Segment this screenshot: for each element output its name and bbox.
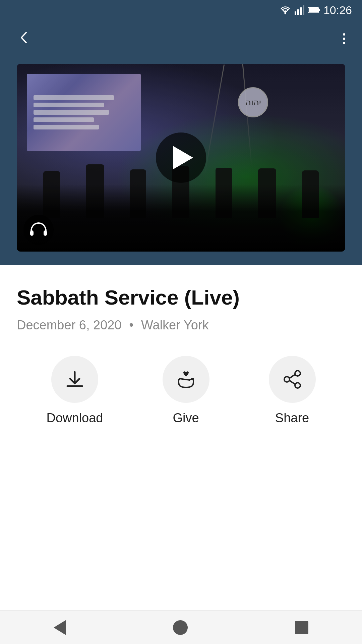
sermon-date: December 6, 2020 — [17, 318, 122, 332]
play-button-overlay — [17, 64, 345, 252]
svg-line-14 — [289, 380, 295, 384]
svg-point-0 — [284, 13, 286, 14]
share-circle — [269, 356, 316, 403]
sermon-meta: December 6, 2020 • Walker York — [17, 318, 345, 332]
status-time: 10:26 — [323, 4, 352, 17]
nav-home-icon — [173, 620, 188, 635]
download-circle — [51, 356, 98, 403]
status-icons: 10:26 — [279, 4, 352, 17]
sermon-speaker: Walker York — [141, 318, 208, 332]
dot-separator: • — [129, 318, 133, 332]
share-action[interactable]: Share — [269, 356, 316, 425]
svg-rect-8 — [30, 230, 34, 236]
svg-rect-9 — [44, 230, 47, 236]
give-action[interactable]: Give — [163, 356, 209, 425]
dot-3 — [343, 42, 345, 44]
video-section: יהוה — [0, 57, 362, 265]
play-circle — [156, 132, 206, 183]
nav-back-icon — [54, 620, 66, 635]
nav-bar — [0, 20, 362, 57]
svg-rect-1 — [295, 11, 296, 15]
nav-recent-icon — [295, 621, 308, 634]
dot-2 — [343, 38, 345, 40]
more-options-button[interactable] — [340, 30, 349, 48]
svg-line-13 — [289, 374, 295, 378]
battery-icon — [308, 6, 320, 14]
nav-home-button[interactable] — [163, 617, 198, 638]
download-icon — [65, 369, 85, 389]
signal-icon — [295, 5, 305, 15]
bottom-nav — [0, 610, 362, 644]
video-thumbnail[interactable]: יהוה — [17, 64, 345, 252]
svg-rect-2 — [297, 9, 299, 15]
headphone-badge — [23, 215, 54, 245]
give-circle — [163, 356, 209, 403]
download-action[interactable]: Download — [47, 356, 103, 425]
sermon-title: Sabbath Service (Live) — [17, 285, 345, 310]
wifi-icon — [279, 5, 291, 15]
give-icon — [176, 369, 196, 389]
dot-1 — [343, 33, 345, 36]
action-buttons: Download Give — [17, 356, 345, 425]
share-icon — [282, 369, 302, 389]
back-button[interactable] — [13, 27, 34, 50]
svg-point-11 — [284, 377, 290, 382]
svg-point-10 — [295, 371, 300, 376]
download-label: Download — [47, 411, 103, 425]
svg-rect-6 — [318, 9, 320, 11]
svg-rect-4 — [303, 5, 304, 15]
nav-recent-button[interactable] — [285, 618, 318, 638]
share-label: Share — [275, 411, 309, 425]
play-triangle-icon — [173, 146, 193, 169]
svg-rect-3 — [300, 7, 302, 15]
content-section: Sabbath Service (Live) December 6, 2020 … — [0, 265, 362, 469]
nav-back-button[interactable] — [44, 617, 76, 638]
status-bar: 10:26 — [0, 0, 362, 20]
svg-rect-7 — [309, 8, 318, 12]
give-label: Give — [173, 411, 199, 425]
svg-point-12 — [295, 383, 300, 388]
